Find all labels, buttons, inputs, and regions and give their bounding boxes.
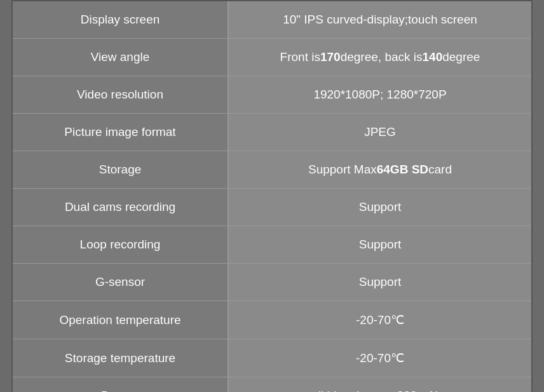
value-storage-temperature: -20-70℃ (229, 339, 531, 377)
value-loop-recording: Support (229, 226, 531, 263)
label-dual-cams-recording: Dual cams recording (13, 189, 229, 226)
label-video-resolution: Video resolution (13, 76, 229, 113)
table-row: Display screen10" IPS curved-display;tou… (13, 1, 531, 39)
specs-table: Display screen10" IPS curved-display;tou… (11, 0, 533, 392)
table-row: Dual cams recordingSupport (13, 189, 531, 226)
label-storage-temperature: Storage temperature (13, 339, 229, 377)
table-row: Picture image formatJPEG (13, 114, 531, 151)
label-loop-recording: Loop recording (13, 226, 229, 263)
value-operation-temperature: -20-70℃ (229, 301, 531, 339)
table-row: Storage temperature-20-70℃ (13, 339, 531, 377)
table-row: Video resolution1920*1080P; 1280*720P (13, 76, 531, 114)
value-dual-cams-recording: Support (229, 189, 531, 226)
label-battery: Battery (13, 377, 229, 392)
table-row: G-sensorSupport (13, 264, 531, 301)
value-display-screen: 10" IPS curved-display;touch screen (229, 1, 531, 38)
label-display-screen: Display screen (13, 1, 229, 38)
label-picture-image-format: Picture image format (13, 114, 229, 151)
value-storage: Support Max 64GB SD card (229, 151, 531, 188)
table-row: StorageSupport Max 64GB SD card (13, 151, 531, 189)
value-view-angle: Front is 170 degree, back is 140 degree (229, 39, 531, 76)
label-g-sensor: G-sensor (13, 264, 229, 301)
value-battery: lithium battery 800mAh (229, 377, 531, 392)
table-row: Batterylithium battery 800mAh (13, 377, 531, 392)
value-picture-image-format: JPEG (229, 114, 531, 151)
table-row: Loop recordingSupport (13, 226, 531, 264)
label-storage: Storage (13, 151, 229, 188)
label-operation-temperature: Operation temperature (13, 301, 229, 339)
value-video-resolution: 1920*1080P; 1280*720P (229, 76, 531, 113)
label-view-angle: View angle (13, 39, 229, 76)
table-row: Operation temperature-20-70℃ (13, 301, 531, 339)
table-row: View angleFront is 170 degree, back is 1… (13, 39, 531, 76)
value-g-sensor: Support (229, 264, 531, 301)
